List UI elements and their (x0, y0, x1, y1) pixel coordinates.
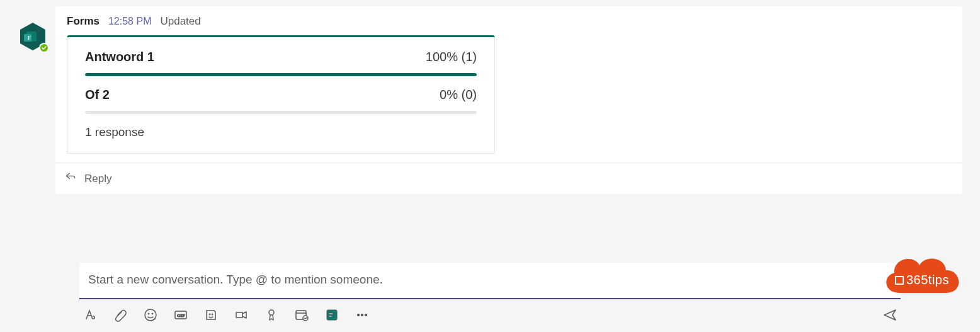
schedule-meeting-icon[interactable] (293, 307, 310, 323)
svg-rect-15 (329, 313, 333, 314)
more-icon[interactable] (354, 307, 370, 323)
praise-icon[interactable] (263, 307, 280, 323)
svg-point-18 (361, 314, 363, 316)
compose-area: GIF (0, 263, 980, 332)
poll-option-label: Antwoord 1 (85, 50, 154, 64)
poll-bar (85, 73, 477, 76)
svg-rect-14 (327, 310, 337, 320)
poll-option-percent: 100% (1) (426, 50, 477, 64)
svg-point-5 (148, 313, 149, 314)
reply-button[interactable]: Reply (55, 163, 962, 194)
svg-point-11 (269, 310, 274, 315)
poll-option[interactable]: Of 2 0% (0) (85, 88, 477, 114)
reply-label: Reply (84, 173, 111, 185)
attach-icon[interactable] (112, 307, 128, 323)
message-header: Forms 12:58 PM Updated (67, 15, 951, 28)
presence-available-icon (39, 43, 49, 53)
svg-rect-16 (329, 316, 332, 317)
gif-icon[interactable]: GIF (173, 307, 189, 323)
poll-summary: 1 response (85, 125, 477, 139)
poll-option-label: Of 2 (85, 88, 110, 102)
compose-input[interactable] (79, 263, 901, 299)
format-icon[interactable] (82, 307, 98, 323)
svg-point-13 (303, 316, 308, 321)
svg-text:GIF: GIF (177, 313, 185, 318)
meet-now-icon[interactable] (233, 307, 249, 323)
poll-card[interactable]: Antwoord 1 100% (1) Of 2 0% (0) 1 respon… (67, 35, 495, 154)
svg-point-19 (365, 314, 367, 316)
forms-app-icon[interactable] (324, 307, 340, 323)
svg-point-17 (357, 314, 359, 316)
forms-avatar: F (18, 21, 48, 52)
svg-point-10 (212, 314, 213, 315)
svg-point-9 (209, 314, 210, 315)
svg-text:F: F (28, 35, 31, 41)
office-square-icon (895, 276, 904, 285)
poll-bar (85, 111, 477, 114)
compose-toolbar: GIF (79, 299, 901, 323)
send-icon[interactable] (882, 307, 898, 323)
watermark-text: 365tips (906, 273, 949, 287)
emoji-icon[interactable] (142, 307, 159, 323)
svg-point-4 (145, 309, 156, 321)
poll-bar-fill (85, 73, 477, 76)
message-row: F Forms 12:58 PM Updated Antwoord 1 100%… (0, 0, 980, 163)
sticker-icon[interactable] (203, 307, 219, 323)
poll-option-percent: 0% (0) (440, 88, 477, 102)
reply-arrow-icon (64, 171, 77, 186)
watermark-365tips: 365tips (880, 248, 964, 299)
message-timestamp: 12:58 PM (108, 16, 151, 27)
svg-point-6 (152, 313, 153, 314)
message-sender[interactable]: Forms (67, 15, 100, 28)
message-body: Forms 12:58 PM Updated Antwoord 1 100% (… (55, 6, 962, 163)
poll-option[interactable]: Antwoord 1 100% (1) (85, 50, 477, 76)
message-status: Updated (160, 15, 200, 28)
